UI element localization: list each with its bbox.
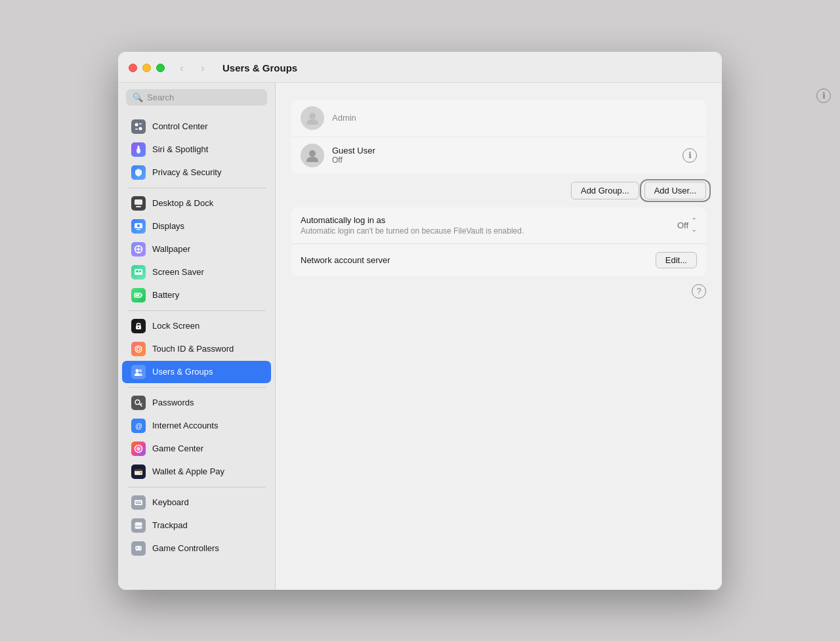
add-group-button[interactable]: Add Group...: [571, 182, 639, 199]
svg-point-29: [139, 369, 142, 372]
control-center-icon: [131, 119, 146, 134]
help-button[interactable]: ?: [692, 284, 706, 299]
siri-spotlight-label: Siri & Spotlight: [152, 144, 208, 154]
guest-user-status: Off: [332, 155, 697, 165]
admin-avatar: [301, 106, 324, 130]
game-controllers-label: Game Controllers: [152, 543, 219, 553]
trackpad-icon: [131, 518, 146, 533]
svg-rect-7: [136, 206, 141, 207]
svg-text:@: @: [135, 422, 142, 430]
trackpad-label: Trackpad: [152, 520, 188, 530]
sidebar-item-internet-accounts[interactable]: @ Internet Accounts: [122, 415, 271, 437]
divider-1: [127, 188, 266, 188]
guest-avatar: [301, 144, 324, 167]
svg-point-50: [309, 150, 316, 157]
guest-user-row: Guest User Off ℹ: [291, 137, 706, 174]
sidebar-item-displays[interactable]: Displays: [122, 215, 271, 238]
sidebar-item-trackpad[interactable]: Trackpad: [122, 514, 271, 537]
lock-screen-label: Lock Screen: [152, 321, 200, 331]
svg-rect-5: [138, 146, 140, 150]
users-panel: Admin Guest User Off ℹ: [291, 100, 706, 174]
lock-screen-icon: [131, 319, 146, 333]
guest-user-name: Guest User: [332, 146, 697, 155]
guest-info-button[interactable]: ℹ: [682, 148, 697, 163]
screen-saver-icon: [131, 265, 146, 279]
edit-button[interactable]: Edit...: [656, 252, 697, 268]
svg-rect-37: [135, 469, 142, 471]
sidebar-item-lock-screen[interactable]: Lock Screen: [122, 315, 271, 337]
svg-point-10: [137, 224, 140, 227]
search-icon: 🔍: [133, 93, 143, 102]
svg-rect-2: [139, 123, 142, 125]
svg-rect-39: [135, 500, 142, 505]
admin-user-row: Admin: [291, 100, 706, 137]
auto-login-label: Automatically log in as: [301, 215, 677, 225]
search-box: 🔍: [126, 89, 267, 106]
sidebar-item-wallpaper[interactable]: Wallpaper: [122, 238, 271, 260]
sidebar-item-screen-saver[interactable]: Screen Saver: [122, 261, 271, 283]
svg-rect-19: [139, 270, 141, 272]
sidebar-item-touch-id[interactable]: Touch ID & Password: [122, 338, 271, 360]
sidebar-item-desktop-dock[interactable]: Desktop & Dock: [122, 192, 271, 215]
battery-icon: [131, 288, 146, 302]
admin-user-info: Admin: [332, 113, 697, 123]
panel-actions: Add Group... Add User...: [291, 182, 706, 199]
sidebar-items: Control Center Siri & Spotlight: [118, 112, 275, 590]
siri-icon: [131, 142, 146, 157]
svg-rect-43: [136, 503, 141, 504]
passwords-label: Passwords: [152, 398, 194, 407]
stepper-icon[interactable]: ⌃⌄: [691, 217, 697, 234]
main-layout: 🔍 Control Center: [118, 83, 722, 590]
sidebar-item-game-center[interactable]: Game Center: [122, 438, 271, 460]
close-button[interactable]: [129, 64, 137, 72]
add-user-button[interactable]: Add User...: [644, 182, 706, 199]
control-center-label: Control Center: [152, 121, 208, 131]
wallet-apple-pay-label: Wallet & Apple Pay: [152, 466, 224, 476]
sidebar-item-wallet-apple-pay[interactable]: Wallet & Apple Pay: [122, 461, 271, 483]
sidebar-item-game-controllers[interactable]: Game Controllers: [122, 537, 271, 560]
minimize-button[interactable]: [142, 64, 151, 72]
passwords-icon: [131, 396, 146, 410]
search-input[interactable]: [147, 93, 261, 102]
keyboard-label: Keyboard: [152, 497, 189, 507]
back-arrow[interactable]: ‹: [173, 61, 191, 75]
svg-rect-3: [135, 129, 138, 130]
users-groups-label: Users & Groups: [152, 367, 213, 377]
svg-point-38: [140, 472, 142, 474]
internet-accounts-label: Internet Accounts: [152, 421, 218, 430]
desktop-dock-icon: [131, 196, 146, 211]
touch-id-icon: [131, 342, 146, 356]
sidebar-item-passwords[interactable]: Passwords: [122, 392, 271, 414]
wallet-icon: [131, 465, 146, 479]
settings-section: Automatically log in as Automatic login …: [291, 207, 706, 276]
users-groups-icon: [131, 365, 146, 379]
sidebar-item-siri-spotlight[interactable]: Siri & Spotlight: [122, 138, 271, 161]
divider-2: [127, 310, 266, 311]
svg-rect-42: [140, 501, 141, 503]
sidebar-item-keyboard[interactable]: Keyboard: [122, 491, 271, 514]
auto-login-value: Off ⌃⌄: [677, 217, 697, 234]
svg-rect-22: [136, 294, 140, 296]
sidebar-item-users-groups[interactable]: Users & Groups: [122, 361, 271, 383]
divider-4: [127, 487, 266, 487]
svg-point-0: [135, 123, 138, 126]
svg-rect-6: [135, 199, 142, 205]
sidebar-item-privacy-security[interactable]: Privacy & Security: [122, 161, 271, 184]
svg-point-12: [137, 248, 140, 251]
sidebar-item-control-center[interactable]: Control Center: [122, 115, 271, 138]
displays-label: Displays: [152, 221, 184, 231]
network-server-row: Network account server Edit...: [291, 244, 706, 276]
svg-rect-40: [136, 501, 137, 503]
auto-login-sublabel: Automatic login can't be turned on becau…: [301, 226, 677, 236]
wallpaper-icon: [131, 242, 146, 257]
touch-id-label: Touch ID & Password: [152, 344, 234, 354]
divider-3: [127, 387, 266, 388]
svg-rect-44: [135, 522, 142, 529]
svg-rect-18: [136, 270, 138, 272]
displays-icon: [131, 219, 146, 234]
maximize-button[interactable]: [156, 64, 165, 72]
sidebar-item-battery[interactable]: Battery: [122, 284, 271, 306]
auto-login-row: Automatically log in as Automatic login …: [291, 207, 706, 244]
game-controllers-icon: [131, 541, 146, 556]
forward-arrow[interactable]: ›: [194, 61, 212, 75]
